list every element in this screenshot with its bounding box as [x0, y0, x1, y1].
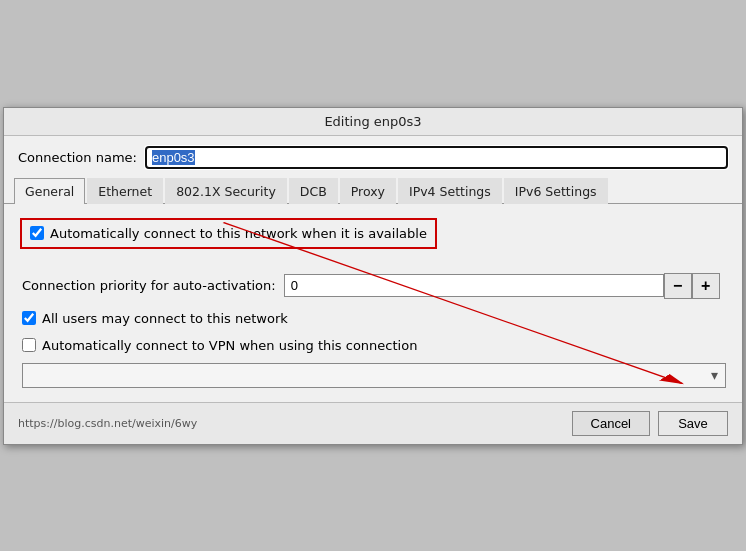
all-users-row: All users may connect to this network: [20, 311, 726, 326]
connection-name-row: Connection name:: [4, 136, 742, 177]
priority-decrement-button[interactable]: −: [664, 273, 692, 299]
vpn-row: Automatically connect to VPN when using …: [20, 338, 726, 353]
general-tab-content: Automatically connect to this network wh…: [4, 204, 742, 402]
vpn-dropdown-row: [20, 363, 726, 388]
window-title: Editing enp0s3: [324, 114, 421, 129]
tab-ipv6-settings[interactable]: IPv6 Settings: [504, 178, 608, 204]
vpn-checkbox[interactable]: [22, 338, 36, 352]
auto-connect-row: Automatically connect to this network wh…: [20, 218, 437, 249]
titlebar: Editing enp0s3: [4, 108, 742, 136]
vpn-label: Automatically connect to VPN when using …: [42, 338, 417, 353]
tab-bar: General Ethernet 802.1X Security DCB Pro…: [4, 177, 742, 204]
tab-8021x-security[interactable]: 802.1X Security: [165, 178, 287, 204]
priority-stepper: − +: [284, 273, 720, 299]
footer-link: https://blog.csdn.net/weixin/6wy: [18, 417, 197, 430]
priority-label: Connection priority for auto-activation:: [22, 278, 276, 293]
vpn-dropdown[interactable]: [22, 363, 726, 388]
cancel-button[interactable]: Cancel: [572, 411, 650, 436]
tab-proxy[interactable]: Proxy: [340, 178, 396, 204]
priority-input[interactable]: [284, 274, 664, 297]
connection-name-label: Connection name:: [18, 150, 137, 165]
all-users-label: All users may connect to this network: [42, 311, 288, 326]
auto-connect-checkbox[interactable]: [30, 226, 44, 240]
priority-row: Connection priority for auto-activation:…: [20, 273, 726, 299]
connection-name-input[interactable]: [145, 146, 728, 169]
tab-general[interactable]: General: [14, 178, 85, 204]
main-window: Editing enp0s3 Connection name: General …: [3, 107, 743, 445]
tab-dcb[interactable]: DCB: [289, 178, 338, 204]
vpn-dropdown-wrapper: [22, 363, 726, 388]
auto-connect-label: Automatically connect to this network wh…: [50, 226, 427, 241]
save-button[interactable]: Save: [658, 411, 728, 436]
all-users-checkbox[interactable]: [22, 311, 36, 325]
tab-ethernet[interactable]: Ethernet: [87, 178, 163, 204]
priority-increment-button[interactable]: +: [692, 273, 720, 299]
footer: https://blog.csdn.net/weixin/6wy Cancel …: [4, 402, 742, 444]
tab-ipv4-settings[interactable]: IPv4 Settings: [398, 178, 502, 204]
